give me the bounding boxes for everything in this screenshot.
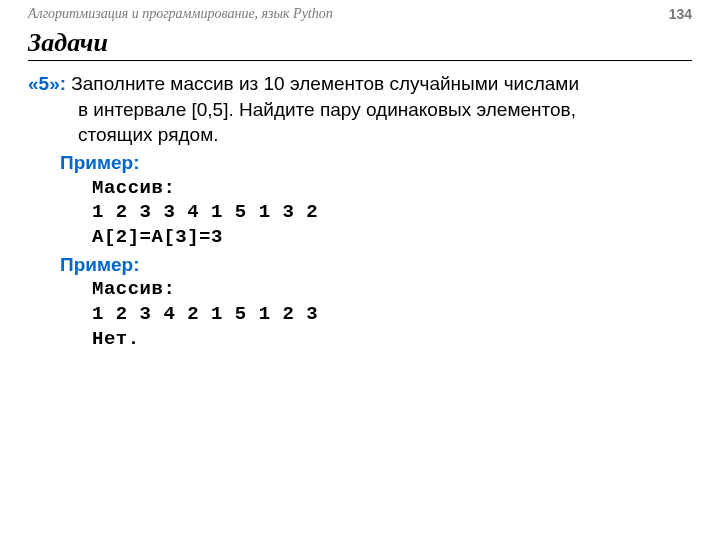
slide-header: Алгоритмизация и программирование, язык … <box>0 0 720 26</box>
example2-result: Нет. <box>28 327 692 352</box>
example1-label: Пример: <box>28 150 692 176</box>
example1-array-label: Массив: <box>28 176 692 201</box>
slide-content: «5»: Заполните массив из 10 элементов сл… <box>0 61 720 351</box>
example2-array-values: 1 2 3 4 2 1 5 1 2 3 <box>28 302 692 327</box>
example1-array-values: 1 2 3 3 4 1 5 1 3 2 <box>28 200 692 225</box>
course-title: Алгоритмизация и программирование, язык … <box>28 6 333 22</box>
task-text-line2: в интервале [0,5]. Найдите пару одинаков… <box>28 97 692 123</box>
section-title: Задачи <box>28 28 692 61</box>
task-statement: «5»: Заполните массив из 10 элементов сл… <box>28 71 692 97</box>
example2-array-label: Массив: <box>28 277 692 302</box>
page-number: 134 <box>669 6 692 22</box>
example2-label: Пример: <box>28 252 692 278</box>
example1-result: A[2]=A[3]=3 <box>28 225 692 250</box>
task-label: «5»: <box>28 73 66 94</box>
task-text-line1: Заполните массив из 10 элементов случайн… <box>71 73 579 94</box>
task-text-line3: стоящих рядом. <box>28 122 692 148</box>
